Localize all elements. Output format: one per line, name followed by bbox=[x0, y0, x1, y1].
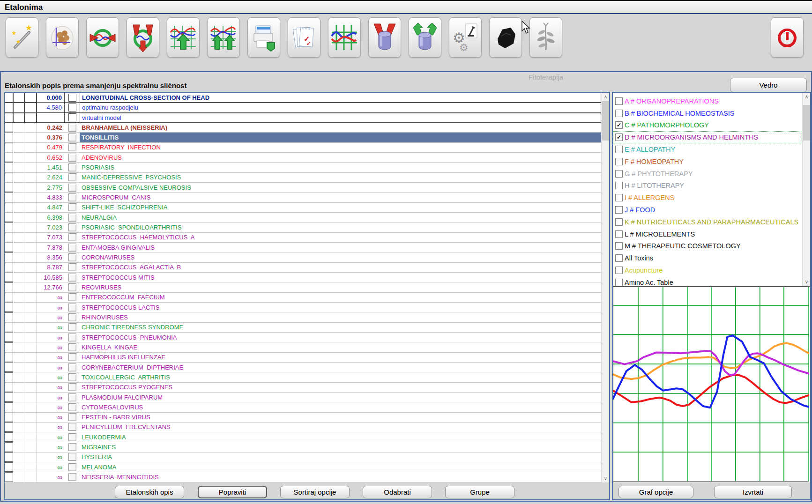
table-row[interactable]: 12.766REOVIRUSES bbox=[5, 282, 601, 292]
power-button[interactable] bbox=[771, 17, 804, 58]
row-checkbox[interactable] bbox=[68, 383, 76, 391]
table-row[interactable]: ∞ENTEROCOCCUM FAECIUM bbox=[5, 293, 601, 303]
etalon-name[interactable]: ADENOVIRUS bbox=[80, 153, 601, 162]
row-checkbox[interactable] bbox=[68, 154, 76, 162]
row-checkbox[interactable] bbox=[68, 373, 76, 381]
row-checkbox[interactable] bbox=[68, 193, 76, 201]
checkbox-icon[interactable] bbox=[615, 242, 623, 250]
category-item[interactable]: A # ORGANOPREPARATIONS bbox=[613, 95, 802, 107]
table-scrollbar[interactable]: ∧ ∨ bbox=[601, 93, 609, 482]
checkbox-icon[interactable] bbox=[615, 254, 623, 262]
etalon-name[interactable]: STREPTOCOCCUS LACTIS bbox=[80, 303, 601, 312]
checkbox-icon[interactable] bbox=[615, 97, 623, 105]
category-label[interactable]: I # ALLERGENS bbox=[625, 194, 674, 201]
row-checkbox[interactable] bbox=[68, 313, 76, 321]
checkbox-icon[interactable] bbox=[615, 146, 623, 153]
row-checkbox[interactable] bbox=[68, 133, 76, 141]
row-checkbox[interactable] bbox=[68, 184, 76, 192]
table-row[interactable]: 0.376TONSILLITIS bbox=[5, 133, 601, 142]
row-checkbox[interactable] bbox=[68, 423, 76, 431]
etalon-name[interactable]: optimalnu raspodjelu bbox=[80, 103, 601, 112]
row-checkbox[interactable] bbox=[68, 393, 76, 401]
etalon-name[interactable]: STREPTOCOCCUS PNEUMONIA bbox=[80, 333, 601, 342]
table-row[interactable]: 2.775OBSESSIVE-COMPALSIVE NEUROSIS bbox=[5, 183, 601, 193]
etalon-name[interactable]: RHINOVIRUSES bbox=[80, 312, 601, 322]
etalon-name[interactable]: REOVIRUSES bbox=[80, 282, 601, 292]
table-row[interactable]: 0.242BRANHAMELLA (NEISSERIA) bbox=[5, 123, 601, 133]
category-item[interactable]: B # BIOCHEMICAL HOMEOSTASIS bbox=[613, 107, 802, 119]
category-label[interactable]: H # LITOTHERAPY bbox=[625, 182, 684, 189]
etalon-name[interactable]: MANIC-DEPRESSIVE PSYCHOSIS bbox=[80, 173, 601, 182]
category-label[interactable]: C # PATHOMORPHOLOGY bbox=[625, 121, 709, 129]
category-scrollbar[interactable]: ∧ ∨ bbox=[802, 93, 810, 286]
category-item[interactable]: M # THERAPEUTIC COSMETOLOGY bbox=[613, 240, 802, 252]
row-checkbox[interactable] bbox=[68, 223, 76, 231]
table-row[interactable]: ∞CYTOMEGALOVIRUS bbox=[5, 402, 601, 412]
toolbar-button-plant[interactable] bbox=[529, 17, 562, 58]
etalon-name[interactable]: SHIFT-LIKE SCHIZOPHRENIA bbox=[80, 203, 601, 212]
toolbar-button-chart-double-up[interactable] bbox=[207, 17, 240, 58]
row-checkbox[interactable] bbox=[68, 124, 76, 132]
table-row[interactable]: 2.624MANIC-DEPRESSIVE PSYCHOSIS bbox=[5, 173, 601, 183]
toolbar-button-chart-up[interactable] bbox=[167, 17, 200, 58]
etalon-name[interactable]: PLASMODIUM FALCIPARUM bbox=[80, 393, 601, 402]
table-row[interactable]: 7.023PSORIASIC SPONDILOARTHRITIS bbox=[5, 222, 601, 232]
vedro-button[interactable]: Vedro bbox=[730, 78, 807, 92]
row-checkbox[interactable] bbox=[68, 253, 76, 261]
odabrati-button[interactable]: Odabrati bbox=[363, 486, 432, 498]
table-row[interactable]: 7.073STREPTOCOCCUS HAEMOLYTICUS A bbox=[5, 233, 601, 243]
row-checkbox[interactable] bbox=[68, 233, 76, 241]
checkbox-icon[interactable] bbox=[615, 279, 623, 286]
table-row[interactable]: ∞LEUKODERMIA bbox=[5, 432, 601, 442]
checkbox-icon[interactable] bbox=[615, 158, 623, 165]
category-label[interactable]: L # MICROELEMENTS bbox=[625, 230, 695, 238]
table-row[interactable]: ∞RHINOVIRUSES bbox=[5, 312, 601, 322]
table-row[interactable]: 1.451PSORIASIS bbox=[5, 163, 601, 172]
etalon-name[interactable]: NEURALGIA bbox=[80, 213, 601, 222]
row-checkbox[interactable] bbox=[68, 283, 76, 291]
etalon-name[interactable]: BRANHAMELLA (NEISSERIA) bbox=[80, 123, 601, 132]
category-item[interactable]: H # LITOTHERAPY bbox=[613, 180, 802, 192]
category-item[interactable]: F # HOMEOPATHY bbox=[613, 156, 802, 168]
scroll-up-icon[interactable]: ∧ bbox=[803, 93, 811, 101]
etalon-name[interactable]: LONGITUDINAL CROSS-SECTION OF HEAD bbox=[80, 93, 601, 102]
etalon-name[interactable]: ENTAMOEBA GINGIVALIS bbox=[80, 243, 601, 252]
row-checkbox[interactable] bbox=[68, 453, 76, 461]
row-checkbox[interactable] bbox=[68, 274, 76, 282]
table-row[interactable]: ∞HAEMOPHILUS INFLUENZAE bbox=[5, 353, 601, 363]
row-checkbox[interactable] bbox=[68, 244, 76, 252]
table-row[interactable]: ∞STREPTOCOCCUS PNEUMONIA bbox=[5, 333, 601, 342]
category-item[interactable]: I # ALLERGENS bbox=[613, 192, 802, 204]
checkbox-icon[interactable] bbox=[615, 170, 623, 178]
toolbar-button-grid-waves[interactable] bbox=[328, 17, 361, 58]
checkbox-icon[interactable] bbox=[615, 194, 623, 201]
table-row[interactable]: ∞CORYNEBACTERIUM DIPTHERIAE bbox=[5, 363, 601, 372]
row-checkbox[interactable] bbox=[68, 293, 76, 301]
toolbar-button-ring-waves[interactable] bbox=[86, 17, 119, 58]
etalon-name[interactable]: MICROSPORUM CANIS bbox=[80, 193, 601, 202]
table-row[interactable]: ∞EPSTEIN - BARR VIRUS bbox=[5, 413, 601, 422]
toolbar-button-gears-microscope[interactable]: ⚙ ⚙ bbox=[449, 17, 482, 58]
toolbar-button-jar-in[interactable] bbox=[368, 17, 401, 58]
table-row[interactable]: ∞CHRONIC TIREDNESS SYNDROME bbox=[5, 323, 601, 333]
etalon-name[interactable]: CHRONIC TIREDNESS SYNDROME bbox=[80, 323, 601, 332]
category-item[interactable]: Amino Ac. Table bbox=[613, 276, 802, 286]
etalon-name[interactable]: ENTEROCOCCUM FAECIUM bbox=[80, 293, 601, 302]
category-label[interactable]: Acupuncture bbox=[625, 267, 663, 274]
table-row[interactable]: 7.878ENTAMOEBA GINGIVALIS bbox=[5, 243, 601, 252]
etalon-name[interactable]: STREPTOCOCCUS HAEMOLYTICUS A bbox=[80, 233, 601, 242]
category-label[interactable]: G # PHYTOTHERAPY bbox=[625, 170, 693, 178]
category-label[interactable]: B # BIOCHEMICAL HOMEOSTASIS bbox=[625, 110, 734, 117]
table-row[interactable]: 4.847SHIFT-LIKE SCHIZOPHRENIA bbox=[5, 203, 601, 213]
row-checkbox[interactable] bbox=[68, 323, 76, 331]
row-checkbox[interactable] bbox=[68, 443, 76, 451]
row-checkbox[interactable] bbox=[68, 163, 76, 171]
etalon-name[interactable]: MELANOMA bbox=[80, 462, 601, 472]
category-item[interactable]: All Toxins bbox=[613, 252, 802, 264]
scroll-down-icon[interactable]: ∨ bbox=[602, 474, 610, 482]
table-row[interactable]: ∞MIGRAINES bbox=[5, 442, 601, 452]
category-item[interactable]: J # FOOD bbox=[613, 204, 802, 216]
etalon-name[interactable]: OBSESSIVE-COMPALSIVE NEUROSIS bbox=[80, 183, 601, 192]
popraviti-button[interactable]: Popraviti bbox=[198, 486, 267, 498]
etalon-name[interactable]: PSORIASIC SPONDILOARTHRITIS bbox=[80, 222, 601, 232]
